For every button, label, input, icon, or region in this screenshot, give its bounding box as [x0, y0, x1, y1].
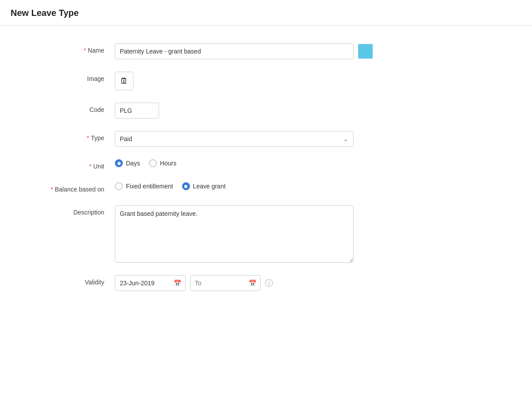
unit-hours-radio[interactable]	[149, 159, 157, 167]
balance-fixed-radio[interactable]	[115, 182, 123, 190]
validity-to-input[interactable]	[190, 275, 261, 291]
balance-field: Fixed entitlement Leave grant	[115, 182, 407, 190]
balance-radio-group: Fixed entitlement Leave grant	[115, 182, 226, 190]
description-label: Description	[27, 205, 115, 216]
description-row: Description Grant based paternity leave.	[27, 205, 407, 263]
form-container: *Name Image 🗓 Code *Type Paid	[0, 26, 433, 321]
type-required: *	[87, 134, 89, 142]
description-field: Grant based paternity leave.	[115, 205, 407, 263]
type-select[interactable]: Paid Unpaid Other	[115, 131, 353, 147]
validity-row: Validity 📅 📅 ⓘ	[27, 275, 407, 291]
code-field	[115, 103, 407, 119]
balance-grant-option[interactable]: Leave grant	[182, 182, 226, 190]
name-row: *Name	[27, 43, 407, 59]
validity-from-wrapper: 📅	[115, 275, 186, 291]
info-icon[interactable]: ⓘ	[265, 278, 273, 288]
name-label: *Name	[27, 43, 115, 54]
balance-fixed-option[interactable]: Fixed entitlement	[115, 182, 173, 190]
unit-field: Days Hours	[115, 159, 407, 167]
code-row: Code	[27, 103, 407, 119]
unit-hours-label: Hours	[160, 160, 176, 167]
unit-radio-group: Days Hours	[115, 159, 176, 167]
unit-days-radio[interactable]	[115, 159, 123, 167]
code-input[interactable]	[115, 103, 159, 119]
unit-row: *Unit Days Hours	[27, 159, 407, 170]
unit-label: *Unit	[27, 159, 115, 170]
unit-hours-option[interactable]: Hours	[149, 159, 176, 167]
color-swatch[interactable]	[358, 44, 373, 59]
unit-days-label: Days	[126, 160, 140, 167]
calendar-icon: 🗓	[120, 77, 128, 86]
image-button[interactable]: 🗓	[115, 72, 133, 90]
unit-days-option[interactable]: Days	[115, 159, 140, 167]
image-field: 🗓	[115, 72, 407, 90]
type-label: *Type	[27, 131, 115, 142]
name-required: *	[84, 47, 86, 54]
unit-required: *	[89, 163, 91, 170]
validity-label: Validity	[27, 275, 115, 286]
image-row: Image 🗓	[27, 72, 407, 90]
validity-inputs: 📅 📅 ⓘ	[115, 275, 273, 291]
balance-grant-label: Leave grant	[193, 183, 226, 190]
page-header: New Leave Type	[0, 0, 532, 26]
balance-label: *Balance based on	[27, 182, 115, 193]
balance-fixed-label: Fixed entitlement	[126, 183, 173, 190]
code-label: Code	[27, 103, 115, 113]
description-textarea[interactable]: Grant based paternity leave.	[115, 205, 353, 263]
name-input[interactable]	[115, 43, 353, 59]
type-select-wrapper: Paid Unpaid Other ⌄	[115, 131, 353, 147]
type-field: Paid Unpaid Other ⌄	[115, 131, 407, 147]
page-title: New Leave Type	[11, 8, 521, 18]
validity-field: 📅 📅 ⓘ	[115, 275, 407, 291]
image-label: Image	[27, 72, 115, 82]
balance-required: *	[50, 186, 53, 193]
type-row: *Type Paid Unpaid Other ⌄	[27, 131, 407, 147]
validity-to-wrapper: 📅	[190, 275, 261, 291]
name-field	[115, 43, 407, 59]
validity-from-input[interactable]	[115, 275, 186, 291]
balance-grant-radio[interactable]	[182, 182, 190, 190]
balance-row: *Balance based on Fixed entitlement Leav…	[27, 182, 407, 193]
